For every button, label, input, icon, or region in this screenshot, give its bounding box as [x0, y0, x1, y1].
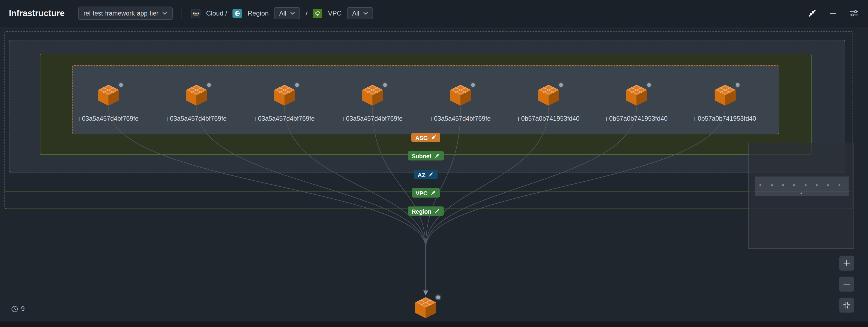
chevron-down-icon — [162, 12, 167, 15]
edge-arrowhead — [423, 291, 428, 295]
aws-smile-icon — [193, 14, 198, 16]
breadcrumb-region: Region — [248, 9, 269, 17]
ec2-instance-node[interactable]: i-0b57a0b741953fd40 — [681, 84, 770, 122]
vpc-icon — [313, 8, 322, 18]
minimap-target-dot — [800, 193, 802, 194]
ec2-instance-icon — [272, 84, 297, 106]
breadcrumb-vpc: VPC — [328, 9, 342, 17]
header-divider — [182, 7, 182, 19]
header-bar: Infrastructure rel-test-framework-app-ti… — [0, 0, 868, 26]
collapse-icon — [431, 135, 436, 140]
minimap-node-dot — [771, 184, 773, 186]
instance-id-label: i-0b57a0b741953fd40 — [518, 115, 579, 122]
aws-logo-text: aws — [192, 11, 199, 15]
infrastructure-app: Infrastructure rel-test-framework-app-ti… — [0, 0, 868, 327]
ec2-target-node[interactable] — [381, 296, 470, 319]
display-settings-icon[interactable] — [849, 8, 859, 18]
ec2-instance-icon — [448, 84, 473, 106]
instance-id-label: i-0b57a0b741953fd40 — [694, 115, 756, 122]
ec2-instance-icon — [713, 84, 737, 106]
instance-id-label: i-03a5a457d4bf769fe — [342, 115, 403, 122]
zoom-controls — [839, 256, 854, 313]
minimap-node-dot — [793, 184, 795, 186]
minimap-node-dot — [816, 184, 817, 186]
vpc-filter-value: All — [352, 10, 359, 17]
chevron-down-icon — [290, 12, 295, 15]
fit-view-button[interactable] — [839, 298, 854, 313]
collapse-icon — [435, 208, 440, 214]
ec2-instance-icon — [624, 84, 649, 106]
ec2-instance-node[interactable]: i-03a5a457d4bf769fe — [240, 84, 329, 122]
ec2-instance-node[interactable]: i-03a5a457d4bf769fe — [64, 84, 153, 122]
ec2-instance-node[interactable]: i-03a5a457d4bf769fe — [416, 84, 505, 122]
status-dot — [435, 294, 441, 300]
ec2-instance-icon — [360, 84, 384, 106]
instance-id-label: i-0b57a0b741953fd40 — [606, 115, 668, 122]
collapse-badge-az[interactable]: AZ — [414, 170, 438, 179]
chevron-down-icon — [363, 12, 368, 15]
status-dot — [735, 82, 741, 88]
breadcrumb-separator: / — [306, 9, 307, 17]
minimap[interactable] — [748, 143, 855, 249]
minimap-node-dot — [805, 184, 807, 186]
minimap-node-dot — [827, 184, 829, 186]
status-dot — [206, 82, 212, 88]
collapse-badge-asg[interactable]: ASG — [411, 133, 440, 142]
graph-canvas[interactable]: i-03a5a457d4bf769fe i-03a5a457d4bf769fe … — [0, 26, 868, 321]
ec2-instance-icon — [96, 84, 121, 106]
collapse-icon — [431, 190, 436, 195]
load-time-value: 9 — [21, 305, 25, 313]
page-title: Infrastructure — [9, 8, 65, 18]
collapse-badge-region[interactable]: Region — [408, 206, 443, 216]
collapse-badge-vpc[interactable]: VPC — [412, 188, 440, 198]
ec2-instance-node[interactable]: i-03a5a457d4bf769fe — [328, 84, 417, 122]
collapse-icon — [435, 153, 440, 158]
status-dot — [646, 82, 652, 88]
status-dot — [118, 82, 124, 88]
status-dot — [382, 82, 388, 88]
region-icon — [233, 8, 242, 18]
instance-id-label: i-03a5a457d4bf769fe — [166, 115, 227, 122]
badge-label: ASG — [415, 134, 428, 141]
graph-selector-label: rel-test-framework-app-tier — [84, 10, 158, 17]
clock-icon — [11, 305, 18, 312]
ec2-instance-icon — [184, 84, 209, 106]
status-dot — [470, 82, 476, 88]
zoom-out-button[interactable] — [839, 276, 854, 292]
minimize-icon[interactable] — [828, 8, 838, 18]
collapse-icon — [429, 172, 434, 177]
load-time-indicator: 9 — [11, 305, 25, 313]
badge-label: Region — [412, 208, 431, 214]
breadcrumb-cloud: Cloud / — [206, 9, 227, 17]
instance-id-label: i-03a5a457d4bf769fe — [430, 115, 491, 122]
instance-id-label: i-03a5a457d4bf769fe — [254, 115, 315, 122]
aws-cloud-icon: aws — [191, 8, 200, 18]
collapse-badge-subnet[interactable]: Subnet — [408, 151, 443, 161]
instance-id-label: i-03a5a457d4bf769fe — [78, 115, 138, 122]
zoom-in-button[interactable] — [839, 256, 854, 271]
header-actions — [807, 8, 859, 18]
badge-label: Subnet — [412, 152, 431, 159]
minimap-node-dot — [760, 184, 761, 186]
ec2-instance-icon — [413, 296, 438, 319]
region-filter-value: All — [279, 10, 286, 17]
vpc-filter-dropdown[interactable]: All — [347, 7, 373, 19]
graph-selector-dropdown[interactable]: rel-test-framework-app-tier — [78, 6, 173, 20]
status-dot — [294, 82, 300, 88]
ec2-instance-node[interactable]: i-0b57a0b741953fd40 — [504, 84, 593, 122]
minimap-node-dot — [782, 184, 784, 186]
ec2-instance-icon — [536, 84, 561, 106]
collapse-all-icon[interactable] — [807, 8, 817, 18]
status-dot — [558, 82, 564, 88]
ec2-instance-node[interactable]: i-0b57a0b741953fd40 — [592, 84, 681, 122]
ec2-instance-node[interactable]: i-03a5a457d4bf769fe — [152, 84, 241, 122]
region-filter-dropdown[interactable]: All — [274, 7, 300, 19]
minimap-node-dot — [839, 184, 840, 186]
badge-label: AZ — [417, 171, 425, 178]
badge-label: VPC — [415, 189, 428, 196]
